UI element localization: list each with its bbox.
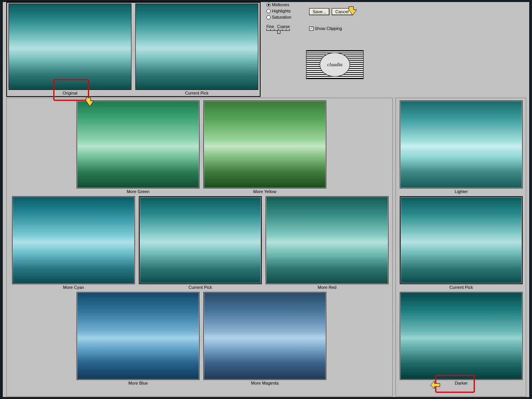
slider-tick <box>282 29 282 31</box>
cell-more-yellow[interactable]: More Yellow <box>203 100 326 194</box>
radio-midtones[interactable]: Midtones <box>266 2 291 7</box>
cell-lighter[interactable]: Lighter <box>400 100 523 194</box>
radio-dot-icon <box>266 15 271 19</box>
label-more-green: More Green <box>77 188 200 194</box>
slider-coarse-label: Coarse <box>277 25 290 29</box>
gradient-preview <box>140 197 261 283</box>
label-current-pick-center: Current Pick <box>139 284 262 290</box>
gradient-preview <box>204 293 326 379</box>
cell-more-magenta[interactable]: More Magenta <box>203 292 326 385</box>
gradient-preview <box>136 4 258 90</box>
checkbox-icon <box>309 26 313 31</box>
radio-label: Highlights <box>272 9 290 13</box>
logo-claudia: claudia <box>306 50 364 79</box>
slider-knob-icon[interactable] <box>277 30 280 34</box>
slider-tick <box>274 29 275 31</box>
slider-tick <box>266 29 267 31</box>
cell-more-green[interactable]: More Green <box>77 100 200 194</box>
cell-more-cyan[interactable]: More Cyan <box>12 196 135 290</box>
radio-label: Saturation <box>272 15 291 19</box>
label-lighter: Lighter <box>400 188 523 194</box>
slider-labels: Fine Coarse <box>266 25 290 29</box>
show-clipping-checkbox[interactable]: Show Clipping <box>309 26 342 31</box>
top-compare-panel: Original Current Pick <box>6 2 261 97</box>
label-original: Original <box>9 91 131 95</box>
cell-more-blue[interactable]: More Blue <box>77 292 200 385</box>
label-more-magenta: More Magenta <box>203 380 326 385</box>
slider-fine-label: Fine <box>266 25 274 29</box>
logo-text: claudia <box>320 53 350 77</box>
radio-label: Midtones <box>272 2 289 7</box>
cell-darker[interactable]: Darker <box>400 292 523 385</box>
slider-tick <box>289 29 290 31</box>
radio-highlights[interactable]: Highlights <box>266 8 291 14</box>
slider-tick <box>270 29 271 31</box>
gradient-preview <box>266 197 388 283</box>
label-current-pick-right: Current Pick <box>400 284 523 290</box>
checkbox-label: Show Clipping <box>315 26 342 31</box>
gradient-preview <box>401 197 522 283</box>
color-variations-panel: More Green More Yellow More Cyan Current… <box>6 98 393 397</box>
save-button[interactable]: Save... <box>309 8 329 15</box>
gradient-preview <box>77 293 199 379</box>
gradient-preview <box>13 197 134 283</box>
slider-tick <box>286 29 286 31</box>
gradient-preview <box>401 293 522 379</box>
controls-panel: Midtones Highlights Saturation Save... C… <box>266 2 441 45</box>
radio-dot-icon <box>266 9 271 13</box>
radio-saturation[interactable]: Saturation <box>266 14 291 20</box>
thumb-original[interactable] <box>9 4 131 90</box>
cancel-button[interactable]: Cancel <box>332 8 352 15</box>
brightness-panel: Lighter Current Pick Darker <box>396 98 526 397</box>
label-more-red: More Red <box>266 284 388 290</box>
cell-current-pick-right[interactable]: Current Pick <box>400 196 523 290</box>
gradient-preview <box>401 101 522 188</box>
gradient-preview <box>9 4 131 90</box>
label-more-blue: More Blue <box>77 380 200 385</box>
label-current-pick-top: Current Pick <box>135 91 258 95</box>
label-more-cyan: More Cyan <box>12 284 135 290</box>
thumb-current-pick-top[interactable] <box>135 4 258 90</box>
variations-dialog: Original Current Pick Midtones Highlight… <box>2 2 530 397</box>
intensity-slider[interactable] <box>266 29 290 34</box>
gradient-preview <box>204 101 326 188</box>
gradient-preview <box>77 101 199 188</box>
label-darker: Darker <box>400 380 523 385</box>
label-more-yellow: More Yellow <box>203 188 326 194</box>
cell-more-red[interactable]: More Red <box>266 196 388 290</box>
radio-dot-icon <box>266 3 271 7</box>
cell-current-pick-center[interactable]: Current Pick <box>139 196 262 290</box>
